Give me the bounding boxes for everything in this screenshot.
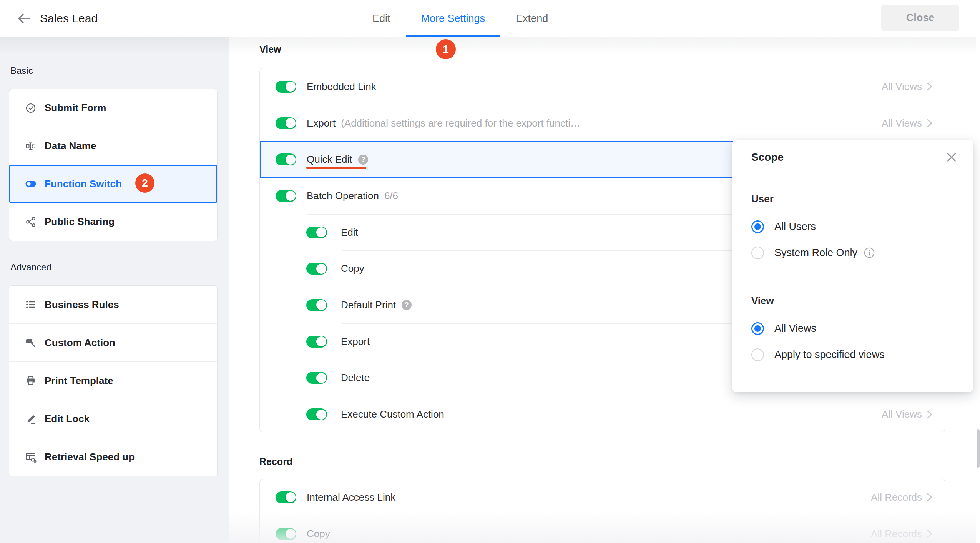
active-tab-underline bbox=[406, 35, 501, 37]
scrollbar-track[interactable] bbox=[976, 37, 980, 543]
sidebar-item-retrieval-speed-up[interactable]: Retrieval Speed up bbox=[9, 438, 217, 476]
sidebar-item-edit-lock[interactable]: Edit Lock bbox=[9, 400, 217, 438]
toggle-batch-operation[interactable] bbox=[276, 190, 296, 202]
radio-unselected-icon[interactable] bbox=[751, 348, 764, 361]
close-icon[interactable] bbox=[945, 151, 958, 163]
toggle-row-execute-custom-action: Execute Custom ActionAll Views bbox=[260, 396, 945, 433]
toggle-edit[interactable] bbox=[306, 227, 327, 238]
pencil-icon bbox=[25, 413, 37, 425]
sidebar-item-submit-form[interactable]: Submit Form bbox=[9, 89, 217, 127]
sidebar-section-label: Advanced bbox=[10, 262, 218, 273]
row-label: Default Print bbox=[341, 299, 396, 311]
row-label: Export bbox=[307, 117, 336, 129]
sidebar-item-label: Function Switch bbox=[45, 178, 122, 190]
scope-view-group-label: View bbox=[751, 295, 954, 306]
toggle-default-print[interactable] bbox=[306, 299, 327, 311]
scope-link-label: All Views bbox=[882, 81, 922, 93]
sidebar-item-public-sharing[interactable]: Public Sharing bbox=[9, 203, 217, 241]
sidebar-item-label: Public Sharing bbox=[45, 216, 115, 228]
svg-text:?: ? bbox=[361, 156, 365, 163]
sidebar-item-label: Business Rules bbox=[45, 299, 119, 311]
scrollbar-thumb[interactable] bbox=[977, 429, 980, 468]
radio-option-all-users[interactable]: All Users bbox=[751, 218, 954, 235]
tab-more-settings[interactable]: More Settings bbox=[406, 0, 501, 37]
chevron-right-icon bbox=[927, 82, 933, 92]
toggle-embedded-link[interactable] bbox=[276, 81, 296, 93]
scope-link[interactable]: All Views bbox=[882, 408, 933, 420]
row-label: Batch Operation bbox=[307, 190, 379, 202]
radio-selected-icon[interactable] bbox=[751, 322, 764, 335]
sidebar-item-label: Custom Action bbox=[45, 337, 115, 349]
table-gear-icon bbox=[25, 451, 37, 463]
sidebar-item-label: Retrieval Speed up bbox=[45, 451, 135, 463]
sidebar-item-custom-action[interactable]: Custom Action bbox=[9, 323, 217, 361]
tab-edit[interactable]: Edit bbox=[357, 0, 406, 37]
radio-option-all-views[interactable]: All Views bbox=[751, 320, 954, 336]
scope-divider bbox=[751, 276, 954, 276]
chevron-right-icon bbox=[927, 492, 933, 502]
row-note: (Additional settings are required for th… bbox=[341, 117, 580, 129]
annotation-badge-2: 2 bbox=[135, 173, 154, 193]
sidebar-item-label: Data Name bbox=[45, 140, 96, 152]
annotation-badge-1: 1 bbox=[436, 39, 456, 59]
sidebar-item-business-rules[interactable]: Business Rules bbox=[9, 286, 217, 323]
sidebar-item-data-name[interactable]: Data Name bbox=[9, 127, 217, 165]
radio-selected-icon[interactable] bbox=[751, 220, 764, 233]
radio-unselected-icon[interactable] bbox=[751, 247, 764, 259]
info-icon bbox=[864, 247, 875, 258]
toggle-row-embedded-link: Embedded LinkAll Views bbox=[260, 68, 945, 105]
scope-link[interactable]: All Records bbox=[871, 491, 933, 503]
radio-option-apply-to-specified-views[interactable]: Apply to specified views bbox=[751, 346, 954, 363]
sidebar-item-label: Print Template bbox=[45, 375, 113, 387]
row-label: Embedded Link bbox=[307, 81, 376, 93]
help-icon: ? bbox=[357, 154, 369, 165]
tab-label: Extend bbox=[516, 13, 548, 25]
sidebar-section-label: Basic bbox=[10, 65, 218, 77]
sidebar-item-print-template[interactable]: Print Template bbox=[9, 361, 217, 400]
scope-link[interactable]: All Records bbox=[871, 528, 933, 540]
close-button[interactable]: Close bbox=[881, 5, 959, 31]
toggle-execute-custom-action[interactable] bbox=[306, 408, 327, 420]
radio-option-system-role-only[interactable]: System Role Only bbox=[751, 245, 954, 261]
scope-user-group-label: User bbox=[751, 193, 954, 205]
list-icon bbox=[25, 299, 37, 310]
check-circle-icon bbox=[25, 102, 37, 114]
header: Sales Lead EditMore SettingsExtend Close bbox=[0, 0, 980, 37]
sidebar-section-advanced: AdvancedBusiness RulesCustom ActionPrint… bbox=[9, 262, 218, 476]
chevron-right-icon bbox=[927, 118, 933, 128]
page-title: Sales Lead bbox=[40, 0, 98, 37]
record-section-heading: Record bbox=[259, 455, 292, 468]
sidebar: BasicSubmit FormData NameFunction Switch… bbox=[0, 37, 229, 543]
share-icon bbox=[25, 216, 37, 228]
chevron-right-icon bbox=[927, 529, 933, 539]
toggle-export[interactable] bbox=[306, 336, 327, 348]
tab-extend[interactable]: Extend bbox=[500, 0, 563, 37]
sidebar-item-function-switch[interactable]: Function Switch bbox=[9, 165, 217, 203]
annotation-underline bbox=[306, 167, 366, 169]
toggle-copy[interactable] bbox=[276, 528, 296, 540]
row-label: Execute Custom Action bbox=[341, 408, 444, 420]
back-icon[interactable] bbox=[17, 12, 31, 25]
toggle-row-copy: CopyAll Records bbox=[260, 516, 945, 543]
view-section-heading: View bbox=[259, 43, 281, 55]
scope-link[interactable]: All Views bbox=[882, 117, 933, 129]
svg-text:?: ? bbox=[405, 301, 409, 309]
toggle-delete[interactable] bbox=[306, 372, 327, 384]
record-settings-card: Internal Access LinkAll RecordsCopyAll R… bbox=[259, 479, 945, 543]
sidebar-item-label: Edit Lock bbox=[45, 413, 90, 425]
toggle-row-export: Export(Additional settings are required … bbox=[260, 105, 945, 142]
help-icon: ? bbox=[401, 299, 412, 311]
sidebar-item-label: Submit Form bbox=[45, 102, 106, 114]
scope-link[interactable]: All Views bbox=[882, 81, 933, 93]
radio-option-label: Apply to specified views bbox=[774, 349, 885, 361]
sidebar-card: Business RulesCustom ActionPrint Templat… bbox=[9, 285, 218, 476]
row-label: Copy bbox=[341, 263, 364, 275]
row-count: 6/6 bbox=[384, 190, 398, 202]
toggle-quick-edit[interactable] bbox=[276, 153, 296, 165]
tab-bar: EditMore SettingsExtend bbox=[357, 0, 563, 37]
toggle-copy[interactable] bbox=[306, 263, 327, 275]
toggle-internal-access-link[interactable] bbox=[276, 491, 296, 503]
sidebar-card: Submit FormData NameFunction SwitchPubli… bbox=[9, 89, 218, 241]
scope-popup-body: UserAll UsersSystem Role OnlyViewAll Vie… bbox=[732, 175, 973, 363]
toggle-export[interactable] bbox=[276, 117, 296, 129]
